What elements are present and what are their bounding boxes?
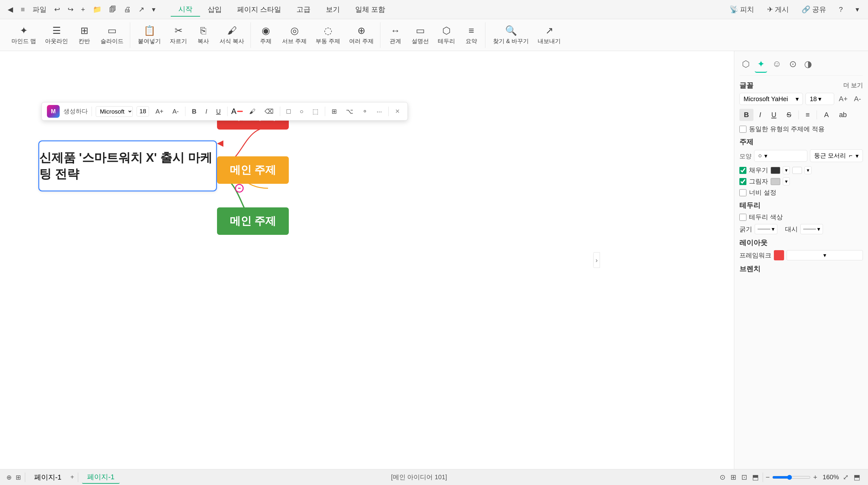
page-label-button[interactable]: 페이지-1 <box>29 471 67 483</box>
toolbar-summary[interactable]: ≡ 요약 <box>460 23 483 47</box>
more-button[interactable]: ▾ <box>149 4 158 15</box>
font-size-decrease[interactable]: A- <box>852 94 863 104</box>
fill-color-dropdown-2[interactable]: ▾ <box>805 166 811 174</box>
ft-more-button[interactable]: ··· <box>374 106 384 117</box>
ft-layout-button[interactable]: ⊞ <box>329 106 340 117</box>
thickness-dropdown[interactable]: ▾ <box>755 224 777 234</box>
format-text-style[interactable]: ab <box>835 109 851 121</box>
toolbar-paste[interactable]: 📋 붙여넣기 <box>134 23 165 47</box>
post-button[interactable]: ✈ 게시 <box>763 3 793 15</box>
export-button[interactable]: ↗ <box>136 4 147 15</box>
zoom-in-button[interactable]: + <box>813 473 817 482</box>
ft-brush-button[interactable]: 🖌 <box>247 106 258 117</box>
shadow-color-dropdown[interactable]: ▾ <box>783 177 790 185</box>
format-bold[interactable]: B <box>739 109 753 121</box>
toolbar-slide[interactable]: ▭ 슬라이드 <box>97 23 127 47</box>
ft-size-decrease[interactable]: A- <box>170 106 181 117</box>
format-strikethrough[interactable]: S <box>782 109 796 121</box>
topic-node-2[interactable]: 메인 주제 <box>217 156 289 184</box>
toolbar-subtopic[interactable]: ◎ 서브 주제 <box>278 23 310 47</box>
border-color-checkbox[interactable] <box>739 214 746 221</box>
toolbar-export[interactable]: ↗ 내보내기 <box>534 23 564 47</box>
toolbar-relation[interactable]: ↔ 관계 <box>384 23 407 47</box>
panel-tab-clock[interactable]: ◑ <box>802 56 814 73</box>
grid-view-icon[interactable]: ⊞ <box>16 474 21 481</box>
format-font-color[interactable]: A <box>819 109 833 121</box>
menu-button[interactable]: ≡ <box>18 4 27 15</box>
fill-color-dropdown[interactable]: ▾ <box>783 166 790 174</box>
view-mode-3[interactable]: ⬒ <box>751 472 760 483</box>
view-mode-2[interactable]: ⊡ <box>740 472 748 483</box>
ft-connect-button[interactable]: ⚬ <box>360 106 370 117</box>
toolbar-float-topic[interactable]: ◌ 부동 주제 <box>312 23 344 47</box>
ft-generate[interactable]: 생성하다 <box>63 107 88 116</box>
toolbar-find-replace[interactable]: 🔍 찾기 & 바꾸기 <box>489 23 533 47</box>
menu-item-advanced[interactable]: 고급 <box>289 3 318 17</box>
menu-item-page-style[interactable]: 페이지 스타일 <box>229 3 289 17</box>
menu-item-view[interactable]: 보기 <box>318 3 347 17</box>
redo-button[interactable]: ↪ <box>65 4 76 15</box>
ft-close-button[interactable]: ✕ <box>393 106 402 116</box>
panel-tab-emoji[interactable]: ☺ <box>770 56 784 73</box>
ft-underline-button[interactable]: U <box>214 106 223 117</box>
menu-item-insert[interactable]: 삽입 <box>200 3 229 17</box>
format-italic[interactable]: I <box>755 109 766 121</box>
pitch-button[interactable]: 📡 피치 <box>726 3 758 15</box>
toolbar-mindmap[interactable]: ✦ 마인드 맵 <box>8 23 40 47</box>
font-size-dropdown[interactable]: 18 ▾ <box>805 93 834 105</box>
shape-dropdown[interactable]: ○ ▾ <box>754 150 807 162</box>
back-button[interactable]: ◀ <box>5 4 16 15</box>
toolbar-kanban[interactable]: ⊞ 칸반 <box>73 23 95 47</box>
map-view-icon[interactable]: ⊕ <box>6 474 12 481</box>
folder-button[interactable]: 📁 <box>90 4 104 15</box>
topic-node-3[interactable]: 메인 주제 <box>217 207 289 235</box>
toolbar-copy[interactable]: ⎘ 복사 <box>192 23 214 47</box>
ft-size-increase[interactable]: A+ <box>153 106 166 117</box>
fullscreen-button[interactable]: ⤢ <box>841 472 850 483</box>
font-dropdown[interactable]: Microsoft YaHei ▾ <box>739 93 803 105</box>
sidebar-toggle-button[interactable]: ⬒ <box>852 472 862 483</box>
ft-border-button[interactable]: ⬚ <box>310 106 321 117</box>
format-underline[interactable]: U <box>767 109 781 121</box>
fit-view-button[interactable]: ⊙ <box>718 472 726 483</box>
font-size-increase[interactable]: A+ <box>837 94 849 104</box>
fill-checkbox[interactable] <box>739 167 746 174</box>
panel-tab-shape[interactable]: ⬡ <box>739 56 752 73</box>
share-button[interactable]: 🔗 공유 <box>798 3 830 15</box>
toolbar-border[interactable]: ⬡ 테두리 <box>434 23 459 47</box>
active-page-tab[interactable]: 페이지-1 <box>82 471 120 484</box>
doc-button[interactable]: 🗐 <box>106 4 119 15</box>
menu-more-button[interactable]: ▾ <box>852 4 863 15</box>
view-mode-1[interactable]: ⊞ <box>729 472 738 483</box>
toolbar-cut[interactable]: ✂ 자르기 <box>166 23 191 47</box>
undo-button[interactable]: ↩ <box>52 4 63 15</box>
shadow-checkbox[interactable] <box>739 178 746 185</box>
help-button[interactable]: ? <box>835 4 847 15</box>
dash-dropdown[interactable]: ▾ <box>800 224 823 234</box>
ft-shape-button[interactable]: □ <box>284 106 293 117</box>
width-checkbox[interactable] <box>739 189 746 196</box>
toolbar-format-copy[interactable]: 🖌 서식 복사 <box>216 23 248 47</box>
toolbar-outline[interactable]: ☰ 아웃라인 <box>41 23 72 47</box>
ft-erase-button[interactable]: ⌫ <box>262 106 276 117</box>
format-align[interactable]: ≡ <box>801 109 814 121</box>
menu-item-start[interactable]: 시작 <box>171 3 200 17</box>
ft-branch-button[interactable]: ⌥ <box>343 106 356 117</box>
toolbar-topic[interactable]: ◉ 주제 <box>255 23 277 47</box>
toolbar-multi-topic[interactable]: ⊕ 여러 주제 <box>345 23 377 47</box>
toolbar-callout[interactable]: ▭ 설명선 <box>408 23 433 47</box>
add-page-button[interactable]: + <box>70 474 74 481</box>
print-button[interactable]: 🖨 <box>121 4 133 15</box>
zoom-slider[interactable] <box>772 475 811 480</box>
canvas-area[interactable]: M 생성하다 Microsoft 18 A+ A- B I U A 🖌 ⌫ <box>0 51 734 469</box>
framework-dropdown[interactable]: ▾ <box>786 250 863 260</box>
panel-toggle-button[interactable]: › <box>593 252 600 268</box>
central-node[interactable]: 신제품 '스마트워치 X' 출시 마케팅 전략 <box>38 140 217 191</box>
ft-bold-button[interactable]: B <box>189 106 199 117</box>
corner-dropdown[interactable]: 둥근 모서리 ⌐ ▾ <box>810 149 863 162</box>
font-more-button[interactable]: 더 보기 <box>843 82 863 90</box>
ft-font-select[interactable]: Microsoft <box>96 106 133 117</box>
ft-italic-button[interactable]: I <box>203 106 210 117</box>
add-button[interactable]: + <box>79 4 88 15</box>
zoom-out-button[interactable]: − <box>766 473 770 482</box>
